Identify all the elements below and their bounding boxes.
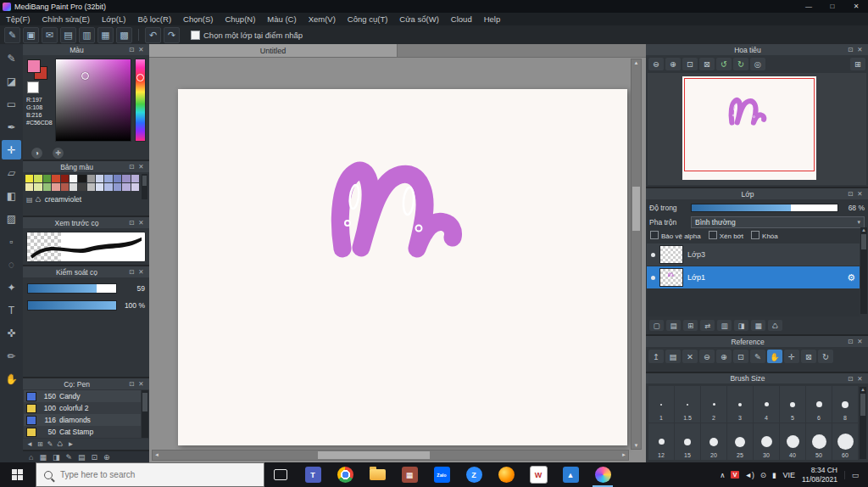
- next-brush-page-icon[interactable]: ►: [68, 440, 75, 448]
- scroll-down-icon[interactable]: ▼: [632, 443, 641, 448]
- maximize-button[interactable]: □: [821, 0, 844, 13]
- palette-swatch[interactable]: [114, 183, 121, 191]
- brush-size-preset[interactable]: 1.5: [675, 386, 700, 423]
- reset-view-icon[interactable]: ◎: [750, 58, 765, 70]
- search-input[interactable]: [58, 469, 256, 480]
- scroll-right-icon[interactable]: ►: [621, 452, 626, 457]
- layer-folder-icon[interactable]: ▥: [717, 320, 732, 331]
- ink-tool[interactable]: ✒: [2, 117, 21, 137]
- brush-size-preset[interactable]: 6: [806, 386, 832, 423]
- medibang-icon[interactable]: [587, 462, 619, 487]
- select-tool[interactable]: ▭: [2, 94, 21, 114]
- brush-size-preset[interactable]: 1: [648, 386, 674, 423]
- panel-dock-icon[interactable]: ◨: [53, 453, 60, 462]
- close-panel-icon[interactable]: ✕: [855, 190, 865, 198]
- hue-indicator[interactable]: [136, 74, 144, 81]
- palette-swatch[interactable]: [104, 183, 112, 191]
- wand-tool[interactable]: ✦: [2, 277, 21, 297]
- undo-icon[interactable]: ↶: [145, 27, 161, 43]
- visibility-eye-icon[interactable]: [651, 253, 655, 257]
- menu-item-5[interactable]: Chụp(N): [219, 14, 261, 24]
- open-icon[interactable]: ▣: [23, 27, 39, 43]
- blend-mode-select[interactable]: Bình thường ▾: [691, 216, 865, 228]
- menu-item-2[interactable]: Lớp(L): [96, 14, 131, 24]
- menu-item-11[interactable]: Help: [478, 14, 507, 24]
- brush-opacity-slider[interactable]: 100 %: [27, 300, 145, 311]
- close-panel-icon[interactable]: ✕: [136, 380, 146, 388]
- brush-size-preset[interactable]: 50: [806, 423, 832, 460]
- detach-panel-icon[interactable]: ⊡: [127, 380, 136, 388]
- checkbox-icon[interactable]: [709, 231, 717, 239]
- close-panel-icon[interactable]: ✕: [136, 163, 146, 171]
- eyedropper-tool[interactable]: ✏: [2, 346, 21, 366]
- new-folder-icon[interactable]: ▤: [666, 320, 681, 331]
- ref-pencil-icon[interactable]: ✎: [750, 350, 765, 363]
- scroll-up-icon[interactable]: ▲: [632, 60, 641, 65]
- checkbox-icon[interactable]: [751, 231, 760, 239]
- brush-size-preset[interactable]: 5: [780, 386, 805, 423]
- zoom-out-icon[interactable]: ⊖: [648, 58, 664, 70]
- layer-check-0[interactable]: Bảo vệ alpha: [650, 231, 701, 240]
- open-ref-icon[interactable]: ▤: [665, 350, 681, 363]
- detach-panel-icon[interactable]: ⊡: [127, 46, 136, 53]
- close-panel-icon[interactable]: ✕: [136, 219, 146, 227]
- palette-swatch[interactable]: [70, 183, 77, 191]
- palette-swatch[interactable]: [131, 183, 139, 191]
- picker-indicator[interactable]: [81, 72, 89, 80]
- color-wheel-toggle-button[interactable]: ◑: [31, 148, 42, 159]
- brush-size-preset[interactable]: 15: [675, 423, 700, 460]
- brush-size-preset[interactable]: 60: [832, 423, 858, 460]
- tray-v-app-icon[interactable]: V: [731, 471, 738, 479]
- brush-list-item[interactable]: 116diamonds: [24, 414, 141, 426]
- horizontal-scroll-thumb[interactable]: [318, 451, 430, 459]
- transfer-layer-icon[interactable]: ⇄: [700, 320, 715, 331]
- visibility-eye-icon[interactable]: [651, 276, 655, 280]
- palette-swatch[interactable]: [122, 175, 130, 182]
- w-app-icon[interactable]: W: [522, 462, 554, 487]
- palette-swatch[interactable]: [96, 175, 103, 182]
- opacity-slider[interactable]: [691, 204, 838, 212]
- menu-item-6[interactable]: Màu (C): [261, 14, 302, 24]
- vertical-scroll-thumb[interactable]: [632, 187, 640, 231]
- network-icon[interactable]: ⊙: [760, 471, 766, 479]
- tray-expand-icon[interactable]: ∧: [720, 471, 725, 479]
- palette-swatch[interactable]: [61, 175, 69, 182]
- palette-swatch[interactable]: [114, 175, 121, 182]
- material-icon[interactable]: ▩: [116, 27, 132, 43]
- palette-swatch[interactable]: [78, 183, 86, 191]
- palette-swatch[interactable]: [87, 183, 95, 191]
- palette-swatch[interactable]: [96, 183, 103, 191]
- text-tool[interactable]: T: [2, 300, 21, 320]
- add-palette-color-button[interactable]: ✛: [53, 148, 64, 159]
- navigator-thumbnail[interactable]: [682, 76, 816, 180]
- brush-dock-icon[interactable]: ✎: [65, 453, 72, 462]
- minimize-button[interactable]: —: [797, 0, 821, 13]
- foreground-color-swatch[interactable]: [27, 59, 41, 73]
- zalo-icon[interactable]: Zalo: [426, 462, 458, 487]
- pen-tool[interactable]: ✎: [2, 48, 21, 68]
- select-layer-option[interactable]: Chọn một lớp tại điểm nhấp: [191, 31, 303, 40]
- brush-size-scrollbar[interactable]: ▲: [860, 387, 866, 459]
- palette-scrollbar[interactable]: [142, 174, 147, 199]
- volume-icon[interactable]: ◄): [745, 471, 754, 479]
- palette-swatch[interactable]: [131, 175, 139, 182]
- page-icon[interactable]: ▤: [60, 27, 76, 43]
- ref-rotate-icon[interactable]: ↻: [818, 350, 833, 363]
- saturation-value-picker[interactable]: [55, 59, 131, 142]
- brush-list-item[interactable]: 150Candy: [24, 390, 141, 402]
- checkbox-icon[interactable]: [650, 231, 659, 239]
- close-panel-icon[interactable]: ✕: [855, 375, 865, 383]
- layer-settings-gear-icon[interactable]: ⚙: [847, 272, 855, 283]
- detach-panel-icon[interactable]: ⊡: [846, 338, 855, 345]
- palette-page-icon[interactable]: ▤: [26, 196, 33, 204]
- palette-swatch[interactable]: [34, 183, 42, 191]
- home-dock-icon[interactable]: ⌂: [29, 453, 33, 462]
- flatten-layer-icon[interactable]: ▦: [751, 320, 765, 331]
- merge-layer-icon[interactable]: ◨: [734, 320, 748, 331]
- rotate-right-icon[interactable]: ↻: [733, 58, 748, 70]
- brush-size-preset[interactable]: 8: [832, 386, 858, 423]
- ref-zoom-in-icon[interactable]: ⊕: [716, 350, 732, 363]
- palette-swatch[interactable]: [43, 183, 51, 191]
- menu-item-3[interactable]: Bộ lọc(R): [131, 14, 177, 24]
- menu-item-7[interactable]: Xem(V): [303, 14, 342, 24]
